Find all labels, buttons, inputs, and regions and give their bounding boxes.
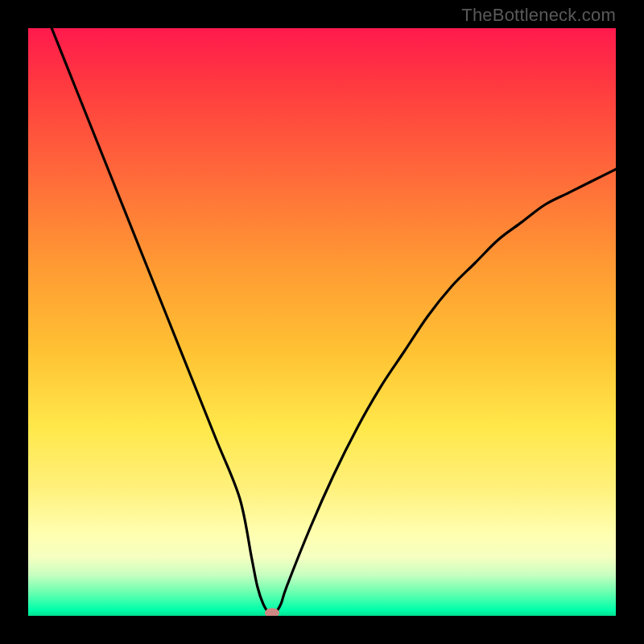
curve-svg — [28, 28, 616, 616]
watermark-text: TheBottleneck.com — [461, 5, 616, 26]
chart-frame: TheBottleneck.com — [0, 0, 644, 644]
plot-area — [28, 28, 616, 616]
bottleneck-curve — [52, 28, 616, 614]
